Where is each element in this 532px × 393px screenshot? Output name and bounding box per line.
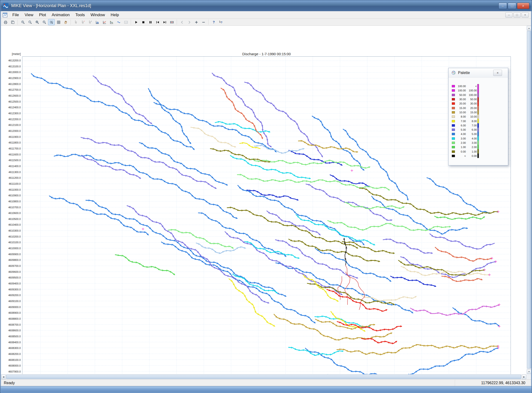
previous-zoom-button[interactable] [41, 19, 48, 25]
animation-settings-button[interactable] [168, 19, 175, 25]
river-reach[interactable] [247, 190, 298, 200]
palette-swatch [452, 124, 455, 127]
show-result-values-button[interactable]: 123 [123, 19, 129, 25]
palette-close-button[interactable]: × [493, 70, 502, 76]
horizontal-scrollbar[interactable]: ◀ ▶ [1, 374, 527, 379]
menu-window[interactable]: Window [88, 12, 108, 18]
context-help-button[interactable]: ? [217, 19, 224, 25]
zoom-in-button[interactable] [20, 19, 26, 25]
mdi-minimize-button[interactable]: – [505, 12, 512, 18]
add-selection-button[interactable] [87, 19, 94, 25]
palette-swatch [452, 129, 455, 131]
last-time-step-button[interactable] [161, 19, 168, 25]
stop-animation-button[interactable] [140, 19, 147, 25]
river-reach[interactable] [82, 155, 141, 179]
pause-animation-button[interactable] [147, 19, 154, 25]
copy-graphics-button[interactable] [9, 19, 16, 25]
river-reach[interactable] [361, 295, 416, 301]
menu-help[interactable]: Help [108, 12, 122, 18]
vertical-scroll-thumb[interactable] [527, 31, 531, 368]
palette-title-bar[interactable]: Palette × [448, 68, 508, 78]
help-button[interactable]: ? [210, 19, 217, 25]
river-reach[interactable] [361, 338, 397, 343]
time-series-plot-button[interactable] [94, 19, 101, 25]
mdi-close-button[interactable]: × [522, 12, 529, 18]
river-reach[interactable] [148, 89, 191, 144]
river-reach[interactable] [372, 196, 468, 234]
river-reach[interactable] [252, 159, 370, 168]
river-reach[interactable] [430, 234, 494, 249]
palette-upper-value: 8.00 [466, 120, 477, 123]
y-axis-tick-label: 4610100.0 [2, 241, 21, 244]
river-reach[interactable] [435, 247, 492, 261]
window-maximize-button[interactable]: □ [508, 3, 516, 9]
first-time-step-button[interactable] [154, 19, 161, 25]
scroll-left-arrow[interactable]: ◀ [1, 374, 6, 379]
river-reach[interactable] [115, 255, 175, 275]
palette-swatch [452, 142, 455, 144]
river-reach[interactable] [274, 314, 392, 340]
scroll-down-arrow[interactable]: ▼ [527, 369, 531, 374]
scroll-up-arrow[interactable]: ▲ [527, 26, 531, 30]
palette-legend-row: 0.001.00 [452, 149, 477, 154]
zoom-out-button[interactable] [27, 19, 33, 25]
title-bar[interactable]: MIKE View - [Horizontal Plan - XXL.res1d… [0, 0, 532, 11]
pan-button[interactable] [62, 19, 69, 25]
river-reach[interactable] [154, 102, 276, 152]
mdi-restore-button[interactable]: □ [513, 12, 521, 18]
river-reach[interactable] [298, 141, 358, 152]
next-time-step-button[interactable] [186, 19, 192, 25]
river-reach[interactable] [93, 76, 152, 124]
menu-view[interactable]: View [22, 12, 36, 18]
river-reach[interactable] [81, 137, 216, 189]
show-grid-button[interactable] [55, 19, 62, 25]
river-reach[interactable] [254, 145, 304, 153]
window-minimize-button[interactable]: – [498, 3, 507, 9]
river-reach[interactable] [49, 196, 148, 235]
y-axis-tick-label: 4608900.0 [2, 311, 21, 314]
vertical-scrollbar[interactable]: ▲ ▼ [527, 26, 532, 374]
palette-upper-value: 6.00 [466, 128, 477, 131]
window-close-button[interactable]: × [517, 3, 529, 9]
menu-tools[interactable]: Tools [73, 12, 88, 18]
river-reach[interactable] [343, 129, 408, 200]
animated-profile-button[interactable] [115, 19, 122, 25]
document-window-icon[interactable] [2, 12, 8, 18]
y-axis-tick-label: 4611200.0 [2, 176, 21, 179]
zoom-to-full-extent-button[interactable] [34, 19, 40, 25]
palette-window[interactable]: Palette × 100.00<100.00100.0050.00100.00… [448, 68, 508, 165]
river-reach[interactable] [315, 316, 370, 327]
horizontal-scroll-thumb[interactable] [6, 375, 521, 379]
menu-animation[interactable]: Animation [49, 12, 73, 18]
palette-swatch [452, 146, 455, 148]
scroll-right-arrow[interactable]: ▶ [522, 374, 526, 379]
river-reach[interactable] [289, 347, 343, 355]
palette-lower-value: 2.00 [456, 141, 466, 144]
palette-upper-value: 2.00 [466, 146, 477, 149]
river-reach[interactable] [267, 211, 320, 235]
river-reach[interactable] [337, 344, 498, 354]
decrease-speed-button[interactable] [200, 19, 207, 25]
river-reach[interactable] [127, 206, 269, 303]
q-h-relation-plot-button[interactable] [101, 19, 108, 25]
y-axis-tick-label: 4608800.0 [2, 317, 21, 320]
toolbar: 123?? [1, 19, 532, 26]
palette-lower-value: 100.00 [456, 85, 466, 88]
increase-speed-button[interactable] [193, 19, 200, 25]
river-network-map[interactable] [22, 56, 511, 389]
zoom-window-button[interactable] [48, 19, 55, 25]
longitudinal-profile-button[interactable] [108, 19, 115, 25]
river-reach[interactable] [328, 221, 450, 230]
river-reach[interactable] [306, 184, 392, 220]
y-axis-tick-label: 4611300.0 [2, 171, 21, 174]
river-reach[interactable] [210, 149, 270, 162]
print-button[interactable] [2, 19, 9, 25]
previous-time-step-button[interactable] [179, 19, 185, 25]
menu-file[interactable]: File [10, 12, 22, 18]
mike-view-app-icon[interactable] [3, 3, 9, 9]
select-gridpoint-button[interactable] [73, 19, 79, 25]
river-reach[interactable] [453, 308, 499, 326]
select-branch-button[interactable] [80, 19, 86, 25]
play-animation-button[interactable] [133, 19, 139, 25]
menu-plot[interactable]: Plot [36, 12, 49, 18]
